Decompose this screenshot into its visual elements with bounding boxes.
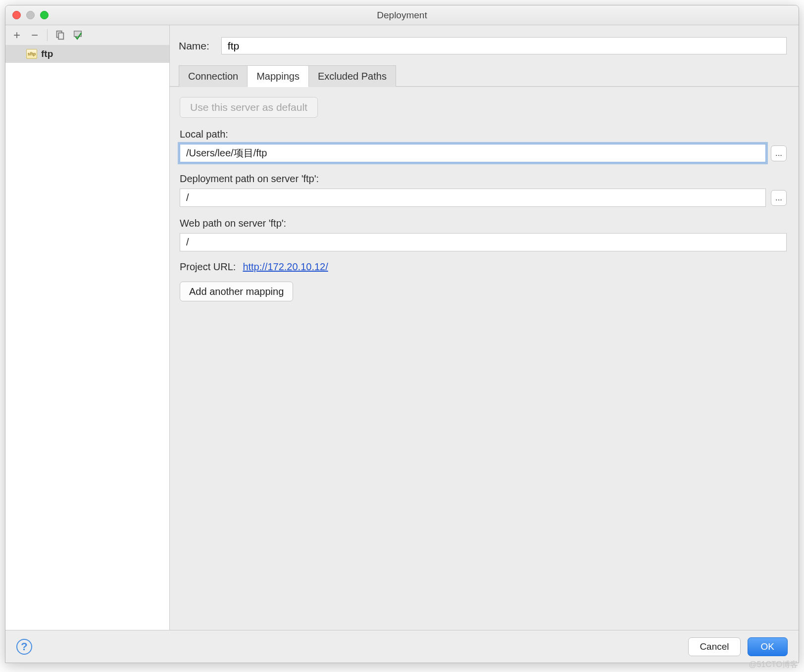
local-path-label: Local path:	[180, 129, 787, 140]
tab-mappings[interactable]: Mappings	[247, 65, 309, 87]
tab-excluded-paths[interactable]: Excluded Paths	[308, 65, 396, 87]
help-icon: ?	[21, 640, 27, 653]
name-input[interactable]	[221, 37, 787, 54]
server-item-label: ftp	[41, 48, 53, 59]
project-url-link[interactable]: http://172.20.10.12/	[243, 261, 328, 273]
titlebar: Deployment	[5, 5, 799, 25]
server-check-icon	[72, 30, 83, 41]
minimize-window-icon	[26, 11, 35, 19]
plus-icon: +	[13, 28, 20, 42]
add-server-button[interactable]: +	[9, 28, 24, 43]
local-path-browse-button[interactable]: ...	[771, 145, 787, 161]
deployment-dialog: Deployment + −	[5, 5, 799, 663]
tab-connection[interactable]: Connection	[179, 65, 248, 87]
add-another-mapping-button[interactable]: Add another mapping	[180, 282, 293, 301]
name-label: Name:	[179, 40, 209, 52]
project-url-label: Project URL:	[180, 261, 236, 273]
sftp-icon: sftp	[26, 49, 37, 59]
mappings-form: Use this server as default Local path: .…	[170, 87, 799, 306]
minus-icon: −	[31, 28, 38, 42]
tabs: Connection Mappings Excluded Paths	[170, 65, 799, 87]
deployment-path-label: Deployment path on server 'ftp':	[180, 173, 787, 185]
svg-rect-1	[58, 33, 63, 39]
zoom-window-icon[interactable]	[40, 11, 49, 19]
remove-server-button[interactable]: −	[27, 28, 42, 43]
close-window-icon[interactable]	[12, 11, 21, 19]
deployment-path-browse-button[interactable]: ...	[771, 190, 787, 206]
web-path-input[interactable]	[180, 233, 787, 251]
server-list: sftp ftp	[5, 45, 169, 630]
help-button[interactable]: ?	[16, 639, 32, 655]
server-item-ftp[interactable]: sftp ftp	[5, 45, 169, 63]
watermark: @51CTO博客	[749, 660, 798, 670]
main-panel: Name: Connection Mappings Excluded Paths…	[170, 25, 799, 630]
toolbar-divider	[47, 29, 48, 41]
use-as-default-button[interactable]: Use this server as default	[180, 97, 318, 118]
copy-icon	[54, 30, 65, 41]
deployment-path-input[interactable]	[180, 189, 766, 207]
servers-sidebar: + −	[5, 25, 170, 630]
web-path-label: Web path on server 'ftp':	[180, 218, 787, 229]
dialog-footer: ? Cancel OK	[5, 630, 799, 663]
copy-server-button[interactable]	[52, 28, 67, 43]
set-default-button[interactable]	[70, 28, 85, 43]
ok-button[interactable]: OK	[748, 637, 788, 656]
window-title: Deployment	[5, 10, 799, 21]
local-path-input[interactable]	[180, 144, 766, 162]
cancel-button[interactable]: Cancel	[688, 637, 740, 656]
sidebar-toolbar: + −	[5, 25, 169, 45]
window-controls	[12, 11, 49, 19]
